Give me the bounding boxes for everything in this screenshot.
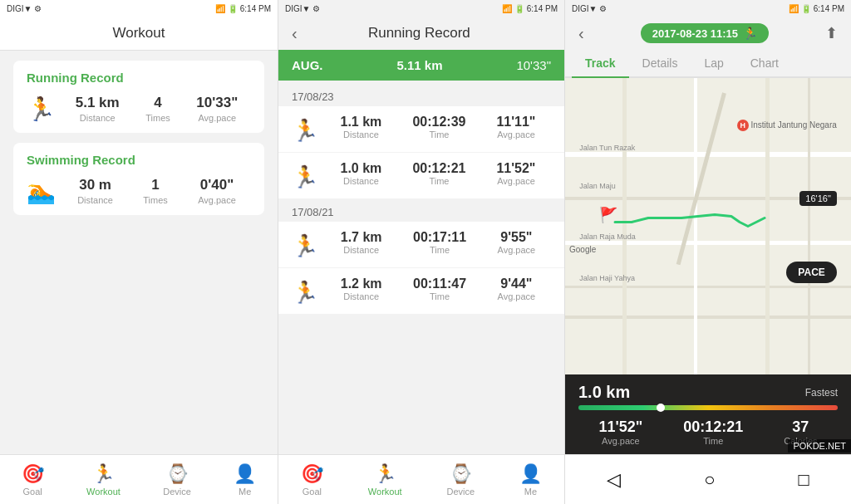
workout-nav-label: Workout	[86, 487, 121, 497]
nav-home-3[interactable]: ○	[704, 469, 715, 491]
date-header-0: 17/08/23	[278, 84, 564, 106]
status-right: 📶 🔋 6:14 PM	[215, 4, 271, 13]
status-bar-1: DIGI▼ ⚙ 📶 🔋 6:14 PM	[0, 0, 278, 17]
run-entry-2[interactable]: 🏃 1.7 km Distance 00:17:11 Time 9'55" Av…	[278, 222, 564, 267]
goal-label-2: Goal	[303, 487, 322, 497]
time-val: 00:12:21	[683, 418, 743, 436]
stats-top: 1.0 km Fastest	[578, 383, 838, 402]
workout-panel: DIGI▼ ⚙ 📶 🔋 6:14 PM Workout Running Reco…	[0, 0, 278, 504]
nav-device-2[interactable]: ⌚ Device	[446, 463, 475, 497]
hospital-icon: H	[737, 120, 749, 131]
me-icon-2: 👤	[519, 463, 542, 485]
google-watermark: Google	[569, 245, 596, 254]
swimming-times-label: Times	[143, 195, 168, 205]
map-road-label-3: Jalan Raja Muda	[579, 232, 636, 241]
nav-back-3[interactable]: ◁	[607, 469, 621, 491]
start-flag: 🚩	[599, 206, 617, 224]
running-icon: 🏃	[27, 98, 56, 121]
back-icon-3: ◁	[607, 469, 621, 491]
track-panel: DIGI▼ ⚙ 📶 🔋 6:14 PM ‹ 2017-08-23 11:15 🏃…	[565, 0, 851, 504]
run-entry-icon-3: 🏃	[292, 280, 318, 306]
goal-icon: 🎯	[22, 463, 44, 485]
workout-header: Workout	[0, 17, 278, 51]
time-col: 00:12:21 Time	[683, 418, 743, 446]
tab-lap[interactable]: Lap	[691, 50, 736, 78]
swimming-record-section: Swimming Record 🏊 30 m Distance 1 Times …	[13, 143, 264, 215]
nav-workout-2[interactable]: 🏃 Workout	[368, 463, 402, 497]
track-tabs: Track Details Lap Chart	[565, 50, 851, 78]
map-road-v2	[694, 78, 697, 374]
workout-icon-2: 🏃	[374, 463, 396, 485]
date-header-2: 17/08/21	[278, 199, 564, 222]
share-button[interactable]: ⬆	[825, 24, 838, 42]
pace-bar	[578, 405, 838, 410]
nav-goal-2[interactable]: 🎯 Goal	[301, 463, 323, 497]
square-icon-3: □	[799, 469, 809, 491]
run-list: 17/08/23 🏃 1.1 km Distance 00:12:39 Time…	[278, 84, 564, 454]
tab-details[interactable]: Details	[629, 50, 691, 78]
tab-chart[interactable]: Chart	[737, 50, 792, 78]
nav-me-2[interactable]: 👤 Me	[519, 463, 542, 497]
stats-km: 1.0 km	[578, 383, 630, 402]
pace-indicator	[657, 404, 665, 412]
map-road-label-1: Jalan Tun Razak	[579, 144, 635, 152]
track-run-emoji: 🏃	[743, 27, 757, 40]
running-times-value: 4	[154, 95, 161, 111]
me-label: Me	[239, 487, 251, 497]
swimming-record-row: 🏊 30 m Distance 1 Times 0'40" Avg.pace	[27, 177, 251, 205]
workout-title: Workout	[13, 25, 264, 42]
running-record-panel: DIGI▼ ⚙ 📶 🔋 6:14 PM ‹ Running Record AUG…	[278, 0, 565, 504]
run-entry-icon-1: 🏃	[292, 164, 318, 190]
nav-workout[interactable]: 🏃 Workout	[86, 463, 121, 497]
run-entry-stats-0: 1.1 km Distance 00:12:39 Time 11'11" Avg…	[325, 115, 551, 139]
goal-icon-2: 🎯	[301, 463, 323, 485]
goal-label: Goal	[23, 487, 42, 497]
swimming-distance-stat: 30 m Distance	[77, 177, 113, 205]
track-header: ‹ 2017-08-23 11:15 🏃 ⬆	[565, 17, 851, 50]
run-entry-3[interactable]: 🏃 1.2 km Distance 00:11:47 Time 9'44" Av…	[278, 268, 564, 314]
calories-val: 37	[792, 418, 809, 436]
tab-track[interactable]: Track	[572, 50, 629, 78]
run-entry-icon-2: 🏃	[292, 233, 318, 259]
run-pace-2: 9'55" Avg.pace	[498, 230, 536, 255]
run-entry-stats-3: 1.2 km Distance 00:11:47 Time 9'44" Avg.…	[325, 276, 551, 301]
map-background: Jalan Tun Razak Jalan Maju Jalan Raja Mu…	[565, 78, 851, 374]
running-distance-value: 5.1 km	[76, 95, 120, 111]
home-icon-3: ○	[704, 469, 715, 491]
workout-nav-label-2: Workout	[368, 487, 402, 497]
running-distance-stat: 5.1 km Distance	[76, 95, 120, 123]
track-back-button[interactable]: ‹	[578, 24, 584, 43]
status-bar-3: DIGI▼ ⚙ 📶 🔋 6:14 PM	[565, 0, 851, 17]
swimming-icon: 🏊	[27, 180, 56, 203]
pace-button[interactable]: PACE	[786, 262, 836, 283]
map-road-label-4: Jalan Haji Yahya	[579, 274, 635, 282]
workout-content: Running Record 🏃 5.1 km Distance 4 Times…	[0, 51, 278, 454]
swimming-pace-value: 0'40"	[200, 177, 234, 193]
running-pace-stat: 10'33" Avg.pace	[196, 95, 238, 123]
run-pace-0: 11'11" Avg.pace	[496, 115, 535, 139]
run-entry-1[interactable]: 🏃 1.0 km Distance 00:12:21 Time 11'52" A…	[278, 153, 564, 198]
nav-square-3[interactable]: □	[799, 469, 809, 491]
running-pace-value: 10'33"	[196, 95, 238, 111]
distance-callout: 16'16"	[799, 191, 836, 206]
back-button[interactable]: ‹	[292, 25, 298, 42]
run-entry-0[interactable]: 🏃 1.1 km Distance 00:12:39 Time 11'11" A…	[278, 106, 564, 152]
running-pace-label: Avg.pace	[198, 113, 236, 123]
nav-device[interactable]: ⌚ Device	[163, 463, 191, 497]
running-record-heading: Running Record	[304, 25, 534, 42]
swimming-distance-label: Distance	[77, 195, 113, 205]
hospital-label: H Institut Jantung Negara	[737, 120, 837, 131]
map-road-label-2: Jalan Maju	[579, 182, 616, 190]
track-date-text: 2017-08-23 11:15	[652, 27, 738, 40]
me-label-2: Me	[524, 487, 537, 497]
run-time-1: 00:12:21 Time	[412, 161, 465, 186]
summary-distance: 5.11 km	[396, 58, 442, 72]
status-left-3: DIGI▼ ⚙	[572, 4, 607, 13]
map-area: Jalan Tun Razak Jalan Maju Jalan Raja Mu…	[565, 78, 851, 374]
device-icon: ⌚	[166, 463, 189, 485]
nav-goal[interactable]: 🎯 Goal	[22, 463, 44, 497]
status-left-2: DIGI▼ ⚙	[285, 4, 320, 13]
running-distance-label: Distance	[80, 113, 116, 123]
nav-me[interactable]: 👤 Me	[234, 463, 256, 497]
track-date-badge: 2017-08-23 11:15 🏃	[641, 23, 769, 43]
